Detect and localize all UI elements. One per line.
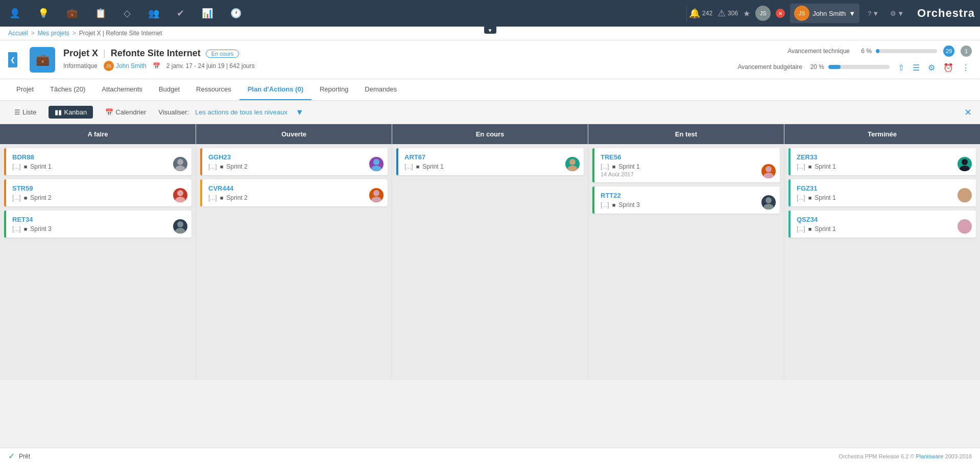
list-label: Liste xyxy=(22,108,36,116)
tab-budget[interactable]: Budget xyxy=(151,79,188,100)
project-owner[interactable]: JS John Smith xyxy=(104,61,147,71)
kanban-icon: ▮▮ xyxy=(55,108,62,116)
card-meta: [...] ■ Sprint 3 xyxy=(12,225,185,233)
progress-budget-pct: 20 % xyxy=(806,63,824,71)
card-ZER33[interactable]: ZER33 [...] ■ Sprint 1 xyxy=(788,148,976,175)
comment-count-badge[interactable]: 1 xyxy=(961,45,972,57)
tab-demandes[interactable]: Demandes xyxy=(356,79,405,100)
card-ART67[interactable]: ART67 [...] ■ Sprint 1 xyxy=(396,148,584,175)
card-BDR88[interactable]: BDR88 [...] ■ Sprint 1 xyxy=(4,148,192,175)
sprint-icon: ■ xyxy=(808,226,812,232)
project-icon-box: 💼 xyxy=(30,47,55,73)
column-afaire: A faire BDR88 [...] ■ Sprint 1 STR59 xyxy=(0,124,196,380)
settings-menu[interactable]: ⚙ ▼ xyxy=(887,8,907,19)
help-menu[interactable]: ? ▼ xyxy=(865,8,882,19)
tab-plan-actions[interactable]: Plan d'Actions (0) xyxy=(240,79,312,100)
progress-budget-label: Avancement budgétaire xyxy=(721,63,802,71)
bell-notification[interactable]: 🔔 242 xyxy=(689,8,712,19)
card-meta: [...] ■ Sprint 1 xyxy=(404,163,578,170)
card-FGZ31[interactable]: FGZ31 [...] ■ Sprint 1 xyxy=(788,179,976,206)
column-body-ouverte: GGH23 [...] ■ Sprint 2 CVR444 [...] ■ xyxy=(196,144,392,380)
person-icon[interactable]: 👤 xyxy=(5,5,25,22)
user-menu[interactable]: JS John Smith ▼ xyxy=(790,4,859,23)
sprint-icon: ■ xyxy=(808,195,812,201)
progress-budget-row: Avancement budgétaire 20 % xyxy=(721,63,890,71)
card-RET34[interactable]: RET34 [...] ■ Sprint 3 xyxy=(4,211,192,238)
card-meta: [...] ■ Sprint 2 xyxy=(208,163,381,170)
nav-toggle-arrow[interactable]: ▼ xyxy=(484,27,496,34)
svg-point-3 xyxy=(175,197,185,202)
clipboard-icon[interactable]: 📋 xyxy=(91,5,110,22)
breadcrumb-current: Projet X | Refonte Site Internet xyxy=(79,30,162,37)
user-dropdown-icon: ▼ xyxy=(849,10,855,17)
card-CVR444[interactable]: CVR444 [...] ■ Sprint 2 xyxy=(200,179,388,206)
card-STR59[interactable]: STR59 [...] ■ Sprint 2 xyxy=(4,179,192,206)
tab-projet[interactable]: Projet xyxy=(8,79,42,100)
column-header-ouverte: Ouverte xyxy=(196,124,392,144)
card-id: GGH23 xyxy=(208,153,381,161)
card-avatar-FGZ31 xyxy=(958,188,972,202)
lightbulb-icon[interactable]: 💡 xyxy=(34,5,53,22)
dots-icon: [...] xyxy=(601,201,609,208)
breadcrumb-mes-projets[interactable]: Mes projets xyxy=(38,30,69,37)
tab-taches[interactable]: Tâches (20) xyxy=(42,79,93,100)
card-GGH23[interactable]: GGH23 [...] ■ Sprint 2 xyxy=(200,148,388,175)
kanban-view-button[interactable]: ▮▮ Kanban xyxy=(49,106,93,119)
breadcrumb-sep1: > xyxy=(31,30,35,37)
svg-point-21 xyxy=(960,228,970,234)
x-button[interactable]: ✕ xyxy=(776,9,785,18)
config-icon[interactable]: ⚙ xyxy=(926,62,937,74)
card-RTT22[interactable]: RTT22 [...] ■ Sprint 3 xyxy=(592,187,780,214)
hierarchy-icon[interactable]: ◇ xyxy=(119,5,135,22)
card-date-TRE56: 14 Août 2017 xyxy=(601,171,774,177)
svg-point-9 xyxy=(371,197,381,202)
expand-icon[interactable]: ✕ xyxy=(964,107,972,118)
tab-attachements[interactable]: Attachements xyxy=(93,79,151,100)
alert-notification[interactable]: ⚠ 306 xyxy=(718,8,738,19)
star-icon[interactable]: ★ xyxy=(743,9,750,18)
card-sprint: Sprint 1 xyxy=(618,163,639,170)
project-category: Informatique xyxy=(63,62,98,69)
card-TRE56[interactable]: TRE56 [...] ■ Sprint 1 14 Août 2017 xyxy=(592,148,780,182)
more-icon[interactable]: ⋮ xyxy=(960,62,972,74)
sprint-icon: ■ xyxy=(808,164,812,170)
tab-reporting[interactable]: Reporting xyxy=(312,79,356,100)
column-encours: En cours ART67 [...] ■ Sprint 1 xyxy=(392,124,588,380)
svg-point-18 xyxy=(962,190,968,196)
svg-point-11 xyxy=(567,166,578,171)
timer-icon[interactable]: ⏰ xyxy=(941,62,955,74)
project-info: Projet X | Refonte Site Internet En cour… xyxy=(63,48,712,71)
people-icon[interactable]: 👥 xyxy=(144,5,163,22)
chart-icon[interactable]: 📊 xyxy=(198,5,217,22)
left-panel-toggle[interactable]: ❮ xyxy=(8,52,17,67)
dots-icon: [...] xyxy=(12,194,21,201)
sprint-icon: ■ xyxy=(612,202,616,208)
project-header-right: Avancement technique 6 % 29 1 Avancement… xyxy=(721,45,972,74)
card-sprint: Sprint 3 xyxy=(618,201,639,208)
card-meta: [...] ■ Sprint 3 xyxy=(601,201,774,208)
project-name: Refonte Site Internet xyxy=(111,48,201,59)
card-meta: [...] ■ Sprint 1 xyxy=(797,225,970,233)
sprint-icon: ■ xyxy=(24,164,28,170)
clock-icon[interactable]: 🕐 xyxy=(226,5,246,22)
column-header-terminee: Terminée xyxy=(784,124,980,144)
card-meta: [...] ■ Sprint 1 xyxy=(797,163,970,170)
progress-budget-bar xyxy=(828,65,890,69)
card-avatar-QSZ34 xyxy=(958,219,972,234)
card-meta: [...] ■ Sprint 2 xyxy=(208,194,381,201)
share-icon[interactable]: ⇧ xyxy=(896,62,906,74)
briefcase-icon[interactable]: 💼 xyxy=(62,5,82,22)
tab-ressources[interactable]: Ressources xyxy=(188,79,240,100)
notif-count-badge[interactable]: 29 xyxy=(943,45,954,57)
breadcrumb-accueil[interactable]: Accueil xyxy=(8,30,28,37)
card-QSZ34[interactable]: QSZ34 [...] ■ Sprint 1 xyxy=(788,211,976,238)
calendar-view-button[interactable]: 📅 Calendrier xyxy=(99,106,152,119)
card-avatar-RET34 xyxy=(173,219,187,234)
svg-point-14 xyxy=(766,197,772,203)
visualiser-link[interactable]: Les actions de tous les niveaux xyxy=(195,108,288,116)
table-icon[interactable]: ☰ xyxy=(911,62,922,74)
column-body-encours: ART67 [...] ■ Sprint 1 xyxy=(392,144,588,380)
list-view-button[interactable]: ☰ Liste xyxy=(8,106,42,119)
progress-technical-pct: 6 % xyxy=(854,48,872,55)
checkmark-icon[interactable]: ✔ xyxy=(173,5,188,22)
